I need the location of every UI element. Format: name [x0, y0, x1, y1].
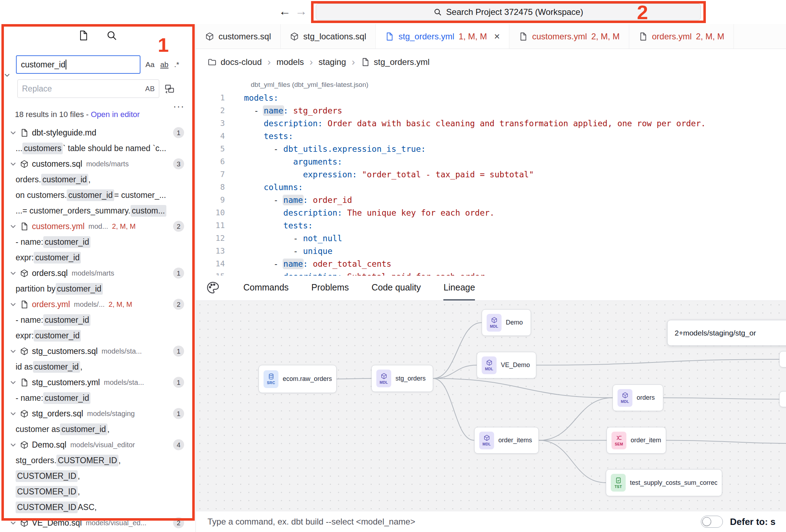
lineage-node-stg_orders[interactable]: MDLstg_orders [371, 365, 433, 392]
chevron-down-icon[interactable] [9, 129, 17, 137]
search-result-match[interactable]: CUSTOMER_ID, [0, 484, 195, 499]
chevron-down-icon[interactable] [9, 300, 17, 308]
editor-tab[interactable]: stg_locations.sql [281, 24, 376, 49]
search-result-match[interactable]: partition by customer_id [0, 281, 195, 297]
search-result-match[interactable]: - name: customer_id [0, 312, 195, 328]
chevron-down-icon[interactable] [9, 378, 17, 386]
palette-icon[interactable] [206, 281, 221, 295]
search-result-match[interactable]: orders.customer_id, [0, 172, 195, 187]
forward-arrow-button[interactable]: → [295, 4, 307, 18]
editor-tab[interactable]: customers.yml2, M, M [509, 24, 629, 49]
lineage-node-src[interactable]: SRCecom.raw_orders [259, 365, 337, 393]
lineage-node-partial[interactable] [779, 351, 786, 367]
search-result-match[interactable]: - name: customer_id [0, 234, 195, 250]
code-editor[interactable]: dbt_yml_files (dbt_yml_files-latest.json… [196, 75, 786, 276]
chevron-down-icon[interactable] [9, 410, 17, 417]
toggle-replace-chevron-icon[interactable] [3, 71, 11, 79]
code-line: 12 - not_null [196, 232, 786, 245]
folder-icon [207, 57, 217, 67]
search-result-match[interactable]: - name: customer_id [0, 390, 195, 406]
more-actions-button[interactable]: ... [173, 99, 185, 110]
search-result-file[interactable]: orders.sqlmodels/marts1 [0, 265, 195, 281]
breadcrumb-item[interactable]: stg_orders.yml [361, 57, 430, 67]
lineage-graph[interactable]: SRCecom.raw_ordersMDLstg_ordersMDLDemoMD… [196, 301, 786, 511]
bottom-panel-tabs: CommandsProblemsCode qualityLineage [196, 276, 786, 301]
search-result-match[interactable]: id as customer_id, [0, 359, 195, 375]
lineage-node-ve_demo[interactable]: MDLVE_Demo [477, 352, 536, 378]
search-result-match[interactable]: ...customers` table should be named `c..… [0, 140, 195, 156]
search-result-match[interactable]: stg_orders.CUSTOMER_ID, [0, 453, 195, 468]
toggle-knob [702, 517, 711, 526]
search-result-file[interactable]: customers.ymlmod...2, M, M2 [0, 218, 195, 234]
search-result-match[interactable]: ...= customer_orders_summary.custom... [0, 203, 195, 218]
chevron-down-icon[interactable] [9, 441, 17, 449]
app-root: ← → Search Project 372475 (Workspace) cu… [0, 0, 786, 532]
chevron-down-icon[interactable] [9, 222, 17, 230]
lineage-selector-box[interactable]: 2+models/staging/stg_or [667, 320, 786, 346]
panel-tab-commands[interactable]: Commands [243, 276, 289, 300]
search-result-file[interactable]: Demo.sqlmodels/visual_editor4 [0, 437, 195, 453]
breadcrumb-item[interactable]: docs-cloud [207, 57, 262, 67]
chevron-down-icon[interactable] [9, 160, 17, 168]
open-in-editor-link[interactable]: Open in editor [91, 110, 140, 119]
panel-tab-problems[interactable]: Problems [311, 276, 349, 300]
replace-all-icon[interactable] [164, 83, 175, 94]
file-icon [385, 32, 394, 41]
match-case-button[interactable]: Aa [145, 60, 155, 69]
panel-tab-code-quality[interactable]: Code quality [371, 276, 421, 300]
search-result-file[interactable]: VE_Demo.sqlmodels/visual_ed...2 [0, 515, 195, 531]
search-result-match[interactable]: customer as customer_id, [0, 421, 195, 437]
search-result-file[interactable]: dbt-styleguide.md1 [0, 125, 195, 140]
code-line: 7 expression: "order_total - tax_paid = … [196, 168, 786, 181]
main-content: customers.sqlstg_locations.sqlstg_orders… [196, 24, 786, 532]
code-line: 13 - unique [196, 245, 786, 257]
search-result-file[interactable]: orders.ymlmodels/...2, M, M2 [0, 297, 195, 312]
search-result-match[interactable]: on customers.customer_id = customer_... [0, 187, 195, 203]
lineage-node-demo[interactable]: MDLDemo [482, 309, 531, 336]
editor-tab[interactable]: orders.yml2, M, M [629, 24, 734, 49]
code-line: 10 description: The unique key for each … [196, 206, 786, 219]
file-explorer-icon[interactable] [78, 30, 90, 42]
lineage-node-orders[interactable]: MDLorders [613, 384, 663, 411]
search-result-file[interactable]: stg_customers.ymlmodels/sta...1 [0, 375, 195, 390]
back-arrow-button[interactable]: ← [279, 4, 291, 18]
search-result-match[interactable]: expr: customer_id [0, 250, 195, 265]
chevron-down-icon[interactable] [9, 347, 17, 355]
regex-button[interactable]: .* [174, 60, 179, 69]
lineage-node-order_item[interactable]: SEMorder_item [607, 427, 666, 454]
search-result-file[interactable]: stg_orders.sqlmodels/staging1 [0, 406, 195, 421]
search-view-icon[interactable] [106, 30, 118, 42]
project-search-label: Search Project 372475 (Workspace) [446, 7, 583, 17]
command-input[interactable]: Type a command, ex. dbt build --select <… [207, 517, 415, 527]
search-result-file[interactable]: customers.sqlmodels/marts3 [0, 156, 195, 172]
search-result-match[interactable]: CUSTOMER_ID ASC, [0, 499, 195, 515]
close-tab-icon[interactable]: × [494, 32, 500, 41]
breadcrumb-item[interactable]: models [276, 57, 304, 67]
editor-tab[interactable]: customers.sql [196, 24, 281, 49]
editor-tab[interactable]: stg_orders.yml1, M, M× [376, 24, 509, 49]
chevron-down-icon[interactable] [9, 519, 17, 527]
replace-input[interactable]: Replace AB [17, 79, 159, 98]
panel-tab-lineage[interactable]: Lineage [443, 276, 475, 300]
code-line: 4 tests: [196, 130, 786, 143]
search-result-file[interactable]: stg_customers.sqlmodels/sta...1 [0, 343, 195, 359]
project-search-button[interactable]: Search Project 372475 (Workspace) [316, 4, 701, 20]
whole-word-button[interactable]: ab [160, 60, 168, 69]
search-result-match[interactable]: CUSTOMER_ID, [0, 468, 195, 484]
match-count-badge: 1 [173, 408, 184, 419]
replace-placeholder: Replace [22, 84, 52, 94]
chevron-down-icon[interactable] [9, 269, 17, 277]
lineage-node-partial[interactable] [779, 391, 786, 407]
mdl-chip-icon: MDL [618, 389, 632, 407]
breadcrumb-item[interactable]: staging [319, 57, 346, 67]
preserve-case-button[interactable]: AB [145, 85, 155, 93]
line-number: 7 [196, 168, 225, 181]
defer-toggle[interactable] [701, 516, 723, 528]
find-row: customer_id Aa ab .* [16, 55, 179, 74]
search-result-match[interactable]: expr: customer_id [0, 328, 195, 343]
mdl-chip-icon: MDL [479, 432, 494, 449]
lineage-node-test[interactable]: TSTtest_supply_costs_sum_correctly [606, 469, 722, 496]
match-count-badge: 1 [173, 268, 184, 279]
lineage-node-order_items[interactable]: MDLorder_items [474, 427, 539, 454]
find-input[interactable]: customer_id [16, 55, 140, 74]
